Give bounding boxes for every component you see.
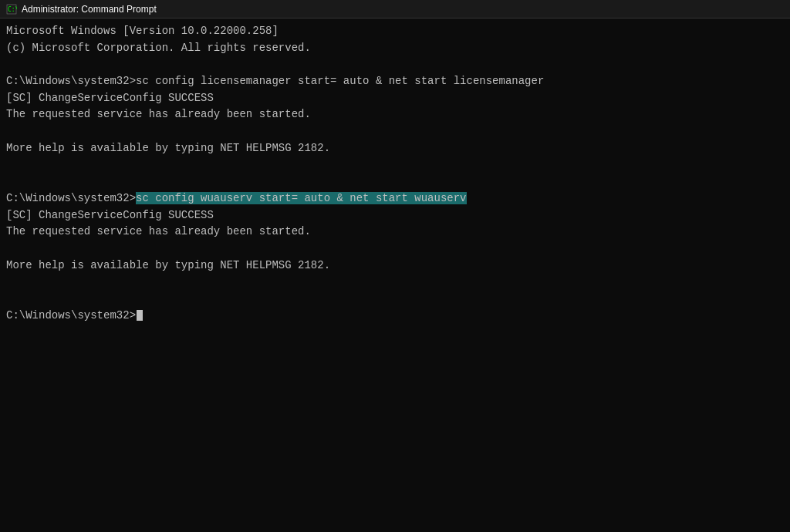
cmd1-help-line: More help is available by typing NET HEL… xyxy=(6,140,784,157)
cmd3-prompt-line: C:\Windows\system32> xyxy=(6,308,784,325)
cmd2-result2-line: The requested service has already been s… xyxy=(6,224,784,241)
cmd1-prompt-text: C:\Windows\system32>sc config licenseman… xyxy=(6,75,544,87)
empty-line-3 xyxy=(6,157,784,174)
cmd2-result1-line: [SC] ChangeServiceConfig SUCCESS xyxy=(6,207,784,224)
version-line: Microsoft Windows [Version 10.0.22000.25… xyxy=(6,23,784,40)
copyright-line: (c) Microsoft Corporation. All rights re… xyxy=(6,40,784,57)
empty-line-4 xyxy=(6,173,784,190)
cmd3-prompt-text: C:\Windows\system32> xyxy=(6,309,136,322)
cmd2-help-line: More help is available by typing NET HEL… xyxy=(6,258,784,274)
cursor-block xyxy=(137,310,143,321)
empty-line-6 xyxy=(6,274,784,291)
terminal-body[interactable]: Microsoft Windows [Version 10.0.22000.25… xyxy=(0,19,790,532)
empty-line-2 xyxy=(6,123,784,140)
cmd2-highlighted-command: sc config wuauserv start= auto & net sta… xyxy=(136,192,466,204)
cmd-window-icon: C:\ xyxy=(6,4,17,15)
cmd2-prompt-line: C:\Windows\system32>sc config wuauserv s… xyxy=(6,190,784,207)
title-bar-text: Administrator: Command Prompt xyxy=(22,4,157,15)
cmd1-result2-line: The requested service has already been s… xyxy=(6,106,784,123)
empty-line-1 xyxy=(6,56,784,73)
cmd1-result1-line: [SC] ChangeServiceConfig SUCCESS xyxy=(6,90,784,107)
cmd2-prompt-prefix: C:\Windows\system32> xyxy=(6,192,136,204)
empty-line-5 xyxy=(6,241,784,258)
cmd1-prompt-line: C:\Windows\system32>sc config licenseman… xyxy=(6,73,784,90)
empty-line-7 xyxy=(6,291,784,308)
svg-text:C:\: C:\ xyxy=(8,6,17,13)
title-bar: C:\ Administrator: Command Prompt xyxy=(0,0,790,19)
